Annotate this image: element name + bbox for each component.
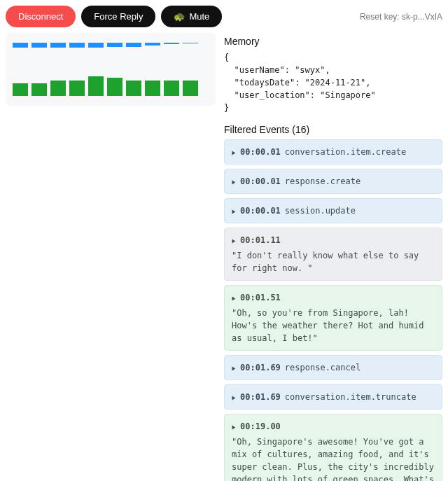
event-timestamp: 00:01.51 (240, 291, 281, 304)
reset-key-label[interactable]: Reset key: sk-p...VxIA (360, 12, 442, 22)
event-item[interactable]: ▶00:00.01conversation.item.create (224, 139, 442, 165)
disclosure-triangle-icon[interactable]: ▶ (232, 147, 236, 158)
event-body: "I don't really know what else to say fo… (232, 249, 435, 274)
viz-bar-output (107, 78, 122, 96)
viz-bar-output (183, 81, 198, 96)
event-timestamp: 00:00.01 (240, 146, 281, 158)
viz-bar-output (126, 81, 141, 96)
mute-button[interactable]: 🐢 Mute (161, 6, 222, 27)
disclosure-triangle-icon[interactable]: ▶ (232, 363, 236, 373)
viz-bar-input (50, 43, 66, 48)
event-body: "Oh, so you're from Singapore, lah! How'… (232, 307, 435, 344)
event-item[interactable]: ▶00:01.11"I don't really know what else … (224, 228, 442, 281)
mute-label: Mute (189, 11, 209, 22)
event-body: "Oh, Singapore's awesome! You've got a m… (232, 435, 435, 481)
disclosure-triangle-icon[interactable]: ▶ (232, 176, 236, 187)
viz-bar-input (107, 43, 122, 47)
viz-bar-input (13, 43, 28, 48)
viz-bar-output (13, 83, 28, 96)
force-reply-button[interactable]: Force Reply (81, 6, 155, 27)
event-timestamp: 00:19.00 (240, 420, 281, 433)
disclosure-triangle-icon[interactable]: ▶ (232, 293, 236, 303)
disclosure-triangle-icon[interactable]: ▶ (232, 421, 236, 432)
event-item[interactable]: ▶00:01.51"Oh, so you're from Singapore, … (224, 285, 442, 351)
event-timestamp: 00:01.11 (240, 234, 281, 246)
event-list: ▶00:00.01conversation.item.create▶00:00.… (224, 139, 442, 481)
event-item[interactable]: ▶00:00.01session.update (224, 198, 442, 223)
disclosure-triangle-icon[interactable]: ▶ (232, 235, 236, 246)
event-name: response.cancel (285, 361, 360, 374)
viz-bar-output (164, 81, 179, 96)
disclosure-triangle-icon[interactable]: ▶ (232, 392, 236, 403)
viz-bar-output (31, 83, 47, 96)
viz-bar-input (164, 43, 179, 44)
event-item[interactable]: ▶00:01.69conversation.item.truncate (224, 384, 442, 410)
disconnect-button[interactable]: Disconnect (6, 6, 76, 27)
event-name: response.create (285, 175, 360, 188)
event-item[interactable]: ▶00:19.00"Oh, Singapore's awesome! You'v… (224, 414, 442, 481)
viz-bar-input (31, 43, 47, 48)
viz-bar-input (183, 43, 198, 43)
event-timestamp: 00:00.01 (240, 175, 281, 188)
viz-bar-output (50, 81, 66, 96)
viz-bar-input (126, 43, 141, 47)
event-timestamp: 00:01.69 (240, 391, 281, 403)
toolbar: Disconnect Force Reply 🐢 Mute Reset key:… (0, 0, 448, 33)
event-timestamp: 00:01.69 (240, 361, 281, 374)
event-name: conversation.item.truncate (285, 391, 416, 403)
audio-visualizer (6, 33, 216, 106)
event-name: conversation.item.create (285, 146, 406, 158)
viz-bar-input (88, 43, 104, 48)
viz-bar-input (145, 43, 160, 46)
disclosure-triangle-icon[interactable]: ▶ (232, 206, 236, 216)
filtered-events-title: Filtered Events (16) (224, 124, 442, 135)
event-name: session.update (285, 204, 356, 217)
viz-bar-output (88, 76, 104, 96)
viz-bar-output (145, 81, 160, 96)
event-timestamp: 00:00.01 (240, 204, 281, 217)
memory-json: { "userName": "swyx", "todaysDate": "202… (224, 51, 442, 114)
turtle-icon: 🐢 (174, 11, 185, 22)
event-item[interactable]: ▶00:01.69response.cancel (224, 355, 442, 380)
viz-bar-output (69, 81, 85, 96)
viz-bar-input (69, 43, 85, 48)
memory-title: Memory (224, 36, 442, 47)
event-item[interactable]: ▶00:00.01response.create (224, 169, 442, 194)
